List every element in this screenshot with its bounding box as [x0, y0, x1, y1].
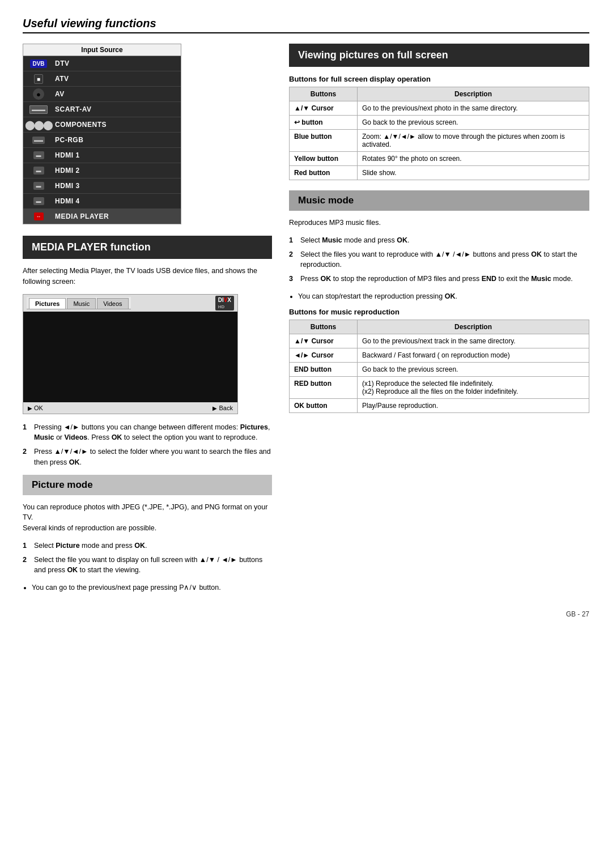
- fullscreen-table-header-buttons: Buttons: [290, 87, 358, 101]
- pcrgb-icon: ▬▬: [28, 134, 49, 146]
- picture-bullet-1: You can go to the previous/next page pre…: [32, 582, 272, 593]
- fullscreen-sub-header: Buttons for full screen display operatio…: [289, 75, 589, 83]
- atv-label: ATV: [55, 75, 69, 83]
- components-label: COMPONENTS: [55, 121, 107, 129]
- left-column: Input Source DVB DTV ■ ATV ● AV: [23, 44, 272, 599]
- media-content-area: [23, 312, 237, 402]
- table-row: OK buttonPlay/Pause reproduction.: [290, 398, 589, 412]
- table-row: ▲/▼ CursorGo to the previous/next photo …: [290, 101, 589, 116]
- av-label: AV: [55, 90, 65, 98]
- table-row: ▲/▼ CursorGo to the previous/next track …: [290, 334, 589, 348]
- media-icon: ↔: [28, 211, 49, 222]
- right-column: Viewing pictures on full screen Buttons …: [289, 44, 589, 599]
- components-icon: ⬤⬤⬤: [28, 119, 49, 130]
- media-step-1: 1 Pressing ◄/► buttons you can change be…: [23, 422, 272, 444]
- media-player-intro: After selecting Media Player, the TV loa…: [23, 266, 272, 287]
- scart-icon: ▬▬▬: [28, 104, 49, 115]
- music-step-2: 2 Select the files you want to reproduce…: [289, 249, 589, 271]
- page-number: GB - 27: [23, 610, 589, 618]
- fullscreen-table-header-desc: Description: [358, 87, 589, 101]
- media-label: MEDIA PLAYER: [55, 212, 109, 220]
- music-table-header-desc: Description: [358, 320, 589, 334]
- media-step-2: 2 Press ▲/▼/◄/► to select the folder whe…: [23, 446, 272, 468]
- hdmi3-icon: ▬: [28, 180, 49, 192]
- input-row-hdmi2: ▬ HDMI 2: [23, 163, 181, 178]
- table-row: RED button(x1) Reproduce the selected fi…: [290, 376, 589, 398]
- input-row-hdmi4: ▬ HDMI 4: [23, 194, 181, 209]
- table-row: ◄/► CursorBackward / Fast forward ( on r…: [290, 348, 589, 362]
- page-header: Useful viewing functions: [23, 17, 589, 33]
- input-row-pcrgb: ▬▬ PC-RGB: [23, 133, 181, 148]
- tab-music[interactable]: Music: [67, 298, 96, 309]
- input-row-components: ⬤⬤⬤ COMPONENTS: [23, 117, 181, 133]
- input-source-header: Input Source: [23, 44, 181, 56]
- divx-logo: DIVXHD: [215, 296, 234, 310]
- input-row-av: ● AV: [23, 87, 181, 102]
- table-row: ↩ buttonGo back to the previous screen.: [290, 116, 589, 130]
- input-row-hdmi3: ▬ HDMI 3: [23, 178, 181, 194]
- hdmi4-icon: ▬: [28, 195, 49, 207]
- input-row-media: ↔ MEDIA PLAYER: [23, 209, 181, 224]
- media-back-label: ▶ Back: [212, 405, 233, 411]
- main-content: Input Source DVB DTV ■ ATV ● AV: [23, 44, 589, 599]
- table-row: Blue buttonZoom: ▲/▼/◄/► allow to move t…: [290, 130, 589, 152]
- hdmi1-label: HDMI 1: [55, 151, 80, 159]
- scart-label: SCART-AV: [55, 105, 91, 113]
- media-player-screen: Pictures Music Videos DIVXHD ▶ OK ▶ Back: [23, 294, 238, 414]
- viewing-pictures-header: Viewing pictures on full screen: [289, 44, 589, 67]
- tab-videos[interactable]: Videos: [97, 298, 128, 309]
- hdmi2-icon: ▬: [28, 165, 49, 176]
- tab-pictures[interactable]: Pictures: [29, 298, 66, 309]
- input-row-hdmi1: ▬ HDMI 1: [23, 148, 181, 163]
- input-row-scart: ▬▬▬ SCART-AV: [23, 102, 181, 117]
- music-mode-intro: Reproduces MP3 music files.: [289, 218, 589, 228]
- media-ok-label: ▶ OK: [28, 405, 43, 411]
- media-player-steps: 1 Pressing ◄/► buttons you can change be…: [23, 422, 272, 468]
- music-bullet-1: You can stop/restart the reproduction pr…: [298, 291, 589, 302]
- picture-mode-header: Picture mode: [23, 475, 272, 495]
- music-mode-steps: 1 Select Music mode and press OK. 2 Sele…: [289, 235, 589, 284]
- hdmi3-label: HDMI 3: [55, 182, 80, 190]
- picture-mode-intro: You can reproduce photos with JPEG (*.JP…: [23, 502, 272, 534]
- hdmi2-label: HDMI 2: [55, 167, 80, 175]
- input-source-box: Input Source DVB DTV ■ ATV ● AV: [23, 44, 181, 224]
- input-row-dtv: DVB DTV: [23, 56, 181, 71]
- media-tab-bar: Pictures Music Videos DIVXHD: [23, 295, 237, 312]
- input-row-atv: ■ ATV: [23, 71, 181, 87]
- table-row: Red buttonSlide show.: [290, 166, 589, 180]
- media-tabs: Pictures Music Videos: [27, 297, 131, 309]
- music-mode-header: Music mode: [289, 190, 589, 211]
- pcrgb-label: PC-RGB: [55, 136, 83, 144]
- music-step-3: 3 Press OK to stop the reproduction of M…: [289, 274, 589, 284]
- picture-mode-bullets: You can go to the previous/next page pre…: [23, 582, 272, 593]
- media-player-section-header: MEDIA PLAYER function: [23, 236, 272, 259]
- music-step-1: 1 Select Music mode and press OK.: [289, 235, 589, 246]
- music-mode-bullets: You can stop/restart the reproduction pr…: [289, 291, 589, 302]
- dvb-icon: DVB: [28, 58, 49, 69]
- picture-mode-steps: 1 Select Picture mode and press OK. 2 Se…: [23, 541, 272, 576]
- music-buttons-table: Buttons Description ▲/▼ CursorGo to the …: [289, 320, 589, 413]
- hdmi4-label: HDMI 4: [55, 197, 80, 205]
- picture-step-1: 1 Select Picture mode and press OK.: [23, 541, 272, 551]
- dtv-label: DTV: [55, 59, 70, 67]
- fullscreen-buttons-table: Buttons Description ▲/▼ CursorGo to the …: [289, 87, 589, 180]
- table-row: Yellow buttonRotates 90° the photo on sc…: [290, 152, 589, 166]
- media-footer: ▶ OK ▶ Back: [23, 402, 237, 414]
- page-title: Useful viewing functions: [23, 17, 589, 30]
- music-sub-header: Buttons for music reproduction: [289, 308, 589, 316]
- hdmi1-icon: ▬: [28, 150, 49, 161]
- picture-step-2: 2 Select the file you want to display on…: [23, 555, 272, 576]
- atv-icon: ■: [28, 73, 49, 84]
- music-table-header-buttons: Buttons: [290, 320, 358, 334]
- table-row: END buttonGo back to the previous screen…: [290, 362, 589, 376]
- av-icon: ●: [28, 88, 49, 100]
